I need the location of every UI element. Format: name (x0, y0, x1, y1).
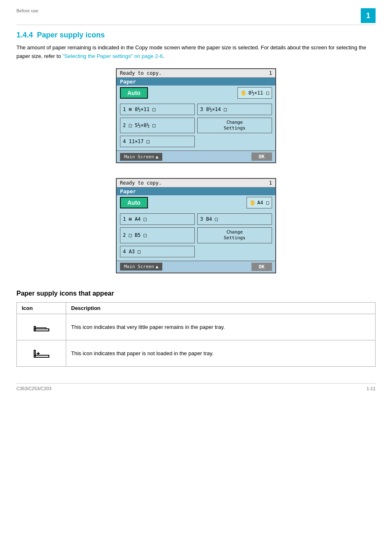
slot-2-4[interactable]: 4 A3 □ (120, 246, 195, 257)
paper-settings-link[interactable]: "Selecting the Paper settings" on page 2… (62, 53, 163, 59)
slot-1-2[interactable]: 2 □ 5½×8½ □ (120, 118, 195, 134)
breadcrumb: Before use (16, 8, 38, 13)
screens-container: Ready to copy. 1 Paper Auto 🖐 8½×11 □ 1 … (16, 68, 376, 282)
ok-button-1[interactable]: OK (251, 153, 272, 161)
page-footer: C353/C253/C203 1-11 (16, 383, 376, 391)
top-right-icon-1: 🖐 (240, 90, 247, 96)
section-body: The amount of paper remaining is indicat… (16, 44, 376, 61)
top-right-slot-1: 🖐 8½×11 □ (238, 87, 272, 99)
status-bar-2: Ready to copy. 1 (117, 179, 275, 187)
table-row-2-description: This icon indicates that paper is not lo… (66, 340, 376, 366)
status-text-1: Ready to copy. (120, 70, 161, 76)
table-row: This icon indicates that paper is not lo… (17, 340, 376, 366)
top-right-icon-2: 🖐 (249, 200, 256, 206)
table-header-icon: Icon (17, 302, 66, 314)
slot-1-1[interactable]: 1 ⊞ 8½×11 □ (120, 104, 195, 115)
slot-grid-1: 1 ⊞ 8½×11 □ 3 8½×14 □ 2 □ 5½×8½ □ Change… (117, 100, 275, 151)
bottom-bar-2: Main Screen ▲ OK (117, 261, 275, 273)
icon-cell-no-paper (17, 340, 66, 366)
bottom-bar-1: Main Screen ▲ OK (117, 150, 275, 162)
slot-2-3[interactable]: 3 B4 □ (197, 213, 272, 225)
paper-label-1: Paper (117, 78, 275, 86)
svg-rect-2 (35, 328, 46, 329)
copier-screen-2: Ready to copy. 1 Paper Auto 🖐 A4 □ 1 ⊞ A… (116, 178, 276, 273)
table-header-description: Description (66, 302, 376, 314)
status-number-2: 1 (269, 180, 272, 186)
supply-icons-heading: Paper supply icons that appear (16, 290, 376, 297)
paper-label-2: Paper (117, 187, 275, 195)
icons-table: Icon Description This icon indicates tha… (16, 302, 376, 367)
icon-cell-low-paper (17, 314, 66, 340)
table-row: This icon indicates that very little pap… (17, 314, 376, 340)
svg-rect-4 (34, 350, 35, 357)
main-screen-button-1[interactable]: Main Screen ▲ (120, 153, 162, 161)
top-right-slot-2: 🖐 A4 □ (247, 197, 272, 208)
footer-model: C353/C253/C203 (16, 386, 51, 391)
table-row-1-description: This icon indicates that very little pap… (66, 314, 376, 340)
auto-button-2[interactable]: Auto (120, 197, 148, 208)
page-header: Before use 1 (16, 8, 376, 25)
low-paper-icon (32, 318, 51, 335)
main-screen-button-2[interactable]: Main Screen ▲ (120, 263, 162, 271)
status-bar-1: Ready to copy. 1 (117, 69, 275, 78)
slot-2-2[interactable]: 2 □ B5 □ (120, 227, 195, 243)
change-settings-btn-2[interactable]: ChangeSettings (197, 227, 272, 243)
change-settings-btn-1[interactable]: ChangeSettings (197, 118, 272, 134)
slot-2-1[interactable]: 1 ⊞ A4 □ (120, 213, 195, 225)
svg-rect-3 (34, 355, 49, 357)
footer-page: 1-11 (367, 386, 376, 391)
auto-row-1: Auto 🖐 8½×11 □ (117, 86, 275, 100)
section-title: 1.4.4 Paper supply icons (16, 31, 376, 39)
auto-button-1[interactable]: Auto (120, 87, 148, 99)
copier-screen-1: Ready to copy. 1 Paper Auto 🖐 8½×11 □ 1 … (116, 68, 276, 164)
no-paper-icon (32, 345, 51, 361)
slot-grid-2: 1 ⊞ A4 □ 3 B4 □ 2 □ B5 □ ChangeSettings … (117, 210, 275, 261)
slot-1-4[interactable]: 4 11×17 □ (120, 136, 195, 147)
auto-row-2: Auto 🖐 A4 □ (117, 195, 275, 210)
page-badge: 1 (361, 8, 376, 23)
status-text-2: Ready to copy. (120, 180, 161, 186)
status-number-1: 1 (269, 70, 272, 76)
ok-button-2[interactable]: OK (251, 263, 272, 271)
slot-1-3[interactable]: 3 8½×14 □ (197, 104, 272, 115)
